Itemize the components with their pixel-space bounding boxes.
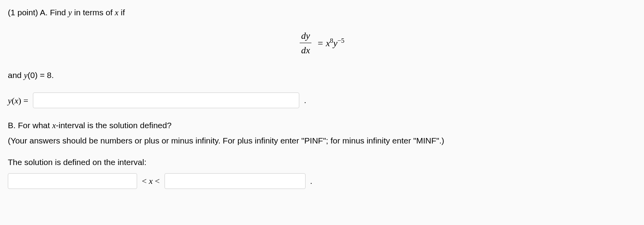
rhs-exp1: 8 <box>330 37 333 44</box>
fraction: dy dx <box>300 29 312 57</box>
answer-row-a: y(x) = . <box>8 93 636 108</box>
period-a: . <box>304 94 306 107</box>
label-close: ) = <box>18 96 28 105</box>
prompt-mid: in terms of <box>72 8 115 17</box>
equation-display: dy dx = x8y−5 <box>8 29 636 57</box>
problem-container: (1 point) A. Find y in terms of x if dy … <box>8 6 636 189</box>
label-open-paren: ( <box>12 96 14 105</box>
var-y: y <box>68 8 72 17</box>
interval-lower-input[interactable] <box>8 173 137 189</box>
partb-suffix: -interval is the solution defined? <box>56 121 172 130</box>
interval-upper-input[interactable] <box>165 173 306 189</box>
condition-y: y <box>24 71 27 80</box>
partb-prefix: B. For what <box>8 121 52 130</box>
period-b: . <box>310 175 313 187</box>
points-text: (1 point) A. Find <box>8 8 68 17</box>
answer-label: y(x) = <box>8 94 28 107</box>
part-b-title: B. For what x-interval is the solution d… <box>8 119 636 132</box>
partb-var: x <box>52 121 56 130</box>
fraction-numerator: dy <box>300 29 312 43</box>
condition-value: (0) = 8. <box>27 71 54 80</box>
initial-condition: and y(0) = 8. <box>8 69 636 82</box>
rhs-y: y <box>333 38 338 48</box>
label-x: x <box>14 96 18 105</box>
fraction-denominator: dx <box>300 43 312 57</box>
answer-input-yx[interactable] <box>33 93 299 108</box>
prompt-suffix: if <box>118 8 125 17</box>
part-b-note: (Your answers should be numbers or plus … <box>8 134 636 147</box>
lt-close: < <box>153 176 160 186</box>
part-a-prompt: (1 point) A. Find y in terms of x if <box>8 6 636 19</box>
lt-open: < <box>142 176 149 186</box>
rhs-exp2: −5 <box>337 37 344 44</box>
interval-row: < x < . <box>8 173 636 189</box>
interval-label: The solution is defined on the interval: <box>8 156 636 169</box>
equals-sign: = <box>315 38 326 48</box>
condition-prefix: and <box>8 71 24 80</box>
lt-symbol: < x < <box>142 174 160 187</box>
rhs-x: x <box>326 38 330 48</box>
label-y: y <box>8 96 12 105</box>
equation-rhs: = x8y−5 <box>315 38 344 48</box>
lt-var: x <box>149 176 153 186</box>
